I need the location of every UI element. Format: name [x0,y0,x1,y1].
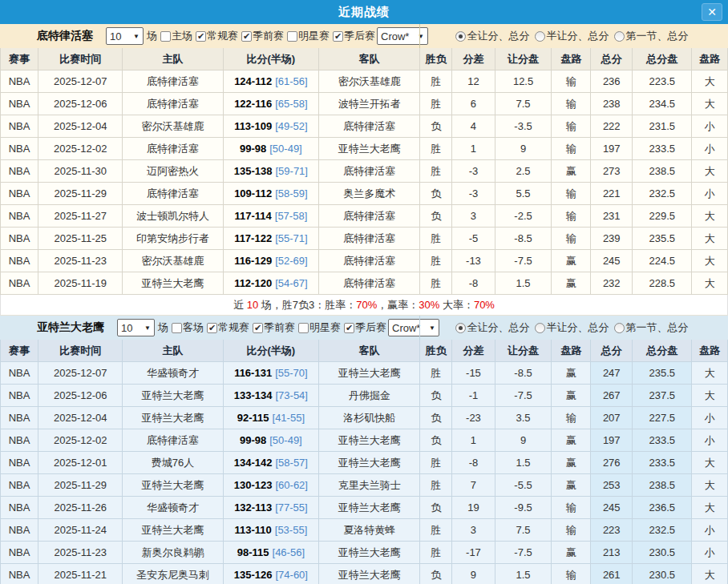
cell-away: 亚特兰大老鹰 [319,564,420,584]
cell-date: 2025-12-01 [38,452,123,474]
radio-unselected[interactable] [535,323,545,333]
games-unit-label: 场 [147,29,157,43]
cell-handicap: 7.5 [495,93,552,115]
cell-total: 207 [591,407,633,429]
cell-total: 213 [591,542,633,564]
checkbox-checked[interactable]: ✔ [241,31,252,42]
cell-away: 底特律活塞 [319,228,420,250]
cell-total: 239 [591,228,633,250]
cell-score: 98-115[46-56] [224,542,320,564]
cell-handicap-result: 赢 [552,272,591,295]
cell-score: 99-98[50-49] [224,429,320,452]
cell-total: 273 [591,160,633,183]
cell-handicap-result: 赢 [552,160,591,183]
checkbox-unchecked[interactable] [287,31,297,42]
cell-ou: 大 [692,272,727,295]
checkbox-unchecked[interactable] [298,323,309,333]
cell-away: 亚特兰大老鹰 [319,362,420,385]
cell-handicap: -5.5 [495,474,552,497]
cell-total-line: 236.5 [633,497,692,519]
team-name: 底特律活塞 [37,29,93,43]
cell-away: 克里夫兰骑士 [319,474,420,497]
cell-handicap: 1.5 [495,272,552,295]
cell-date: 2025-11-25 [38,228,123,250]
cell-home: 底特律活塞 [123,70,223,93]
cell-away: 亚特兰大老鹰 [319,429,420,452]
checkbox-checked[interactable]: ✔ [333,31,343,42]
cell-handicap-result: 输 [552,564,591,584]
cell-date: 2025-11-29 [38,183,123,205]
cell-ou: 小 [692,429,727,452]
cell-total: 245 [591,250,633,272]
checkbox-checked[interactable]: ✔ [253,323,263,333]
column-header: 总分盘 [633,340,692,362]
cell-ou: 大 [692,497,727,519]
cell-league: NBA [1,564,38,584]
cell-total: 222 [591,115,633,138]
cell-league: NBA [1,497,38,519]
radio-selected[interactable] [455,323,466,333]
line-type-radio-group: 全让分、总分半让分、总分第一节、总分 [419,316,728,340]
table-header: 赛事比赛时间主队比分(半场)客队胜负分差让分盘盘路总分总分盘盘路 [0,48,728,70]
close-icon: ✕ [707,6,717,18]
cell-ou: 大 [692,250,727,272]
column-header: 让分盘 [495,340,552,362]
cell-away: 底特律活塞 [319,160,420,183]
cell-home: 底特律活塞 [123,429,223,452]
radio-unselected[interactable] [614,323,625,333]
cell-league: NBA [1,205,38,228]
checkbox-checked[interactable]: ✔ [196,31,206,42]
table-row: NBA2025-11-24亚特兰大老鹰113-110[53-55]夏洛特黄蜂胜3… [0,519,728,542]
cell-handicap: 2.5 [495,160,552,183]
cell-away: 亚特兰大老鹰 [319,138,420,160]
cell-total-line: 233.5 [633,429,692,452]
cell-total-line: 234.5 [633,93,692,115]
cell-home: 迈阿密热火 [123,160,223,183]
cell-score: 122-116[65-58] [224,93,320,115]
cell-handicap-result: 输 [552,519,591,542]
radio-unselected[interactable] [614,31,625,42]
radio-label: 半让分、总分 [547,320,609,335]
summary-segment: 70% [356,299,377,311]
cell-ou: 大 [692,205,727,228]
cell-league: NBA [1,474,38,497]
table-row: NBA2025-11-23密尔沃基雄鹿116-129[52-69]底特律活塞胜-… [0,250,728,272]
cell-result: 胜 [420,70,452,93]
checkbox-unchecked[interactable] [172,323,182,333]
cell-total: 231 [591,205,633,228]
games-count-select[interactable]: 10 ▼ [106,27,144,45]
cell-away: 亚特兰大老鹰 [319,542,420,564]
cell-handicap: -7.5 [495,385,552,407]
cell-league: NBA [1,250,38,272]
cell-diff: 1 [452,138,495,160]
cell-league: NBA [1,429,38,452]
cell-away: 底特律活塞 [319,115,420,138]
cell-score: 116-129[52-69] [224,250,320,272]
cell-ou: 大 [692,160,727,183]
filter-bar: 亚特兰大老鹰 10 ▼ 场 客场✔常规赛✔季前赛明星赛✔季后赛 Crow* ▼ … [0,316,728,340]
cell-handicap: 1.5 [495,452,552,474]
cell-result: 胜 [420,474,452,497]
cell-date: 2025-12-04 [38,407,123,429]
cell-ou: 大 [692,452,727,474]
cell-home: 密尔沃基雄鹿 [123,250,223,272]
games-count-select[interactable]: 10 ▼ [117,319,155,336]
close-button[interactable]: ✕ [702,3,722,21]
checkbox-checked[interactable]: ✔ [207,323,217,333]
chevron-down-icon: ▼ [133,33,140,40]
cell-total: 232 [591,272,633,295]
cell-result: 负 [420,115,452,138]
cell-date: 2025-11-19 [38,272,123,295]
checkbox-unchecked[interactable] [160,31,171,42]
table-row: NBA2025-11-29亚特兰大老鹰130-123[60-62]克里夫兰骑士胜… [0,474,728,497]
cell-handicap-result: 输 [552,497,591,519]
cell-score: 113-110[53-55] [224,519,320,542]
cell-home: 亚特兰大老鹰 [123,474,223,497]
cell-diff: 6 [452,93,495,115]
checkbox-checked[interactable]: ✔ [344,323,354,333]
radio-selected[interactable] [455,31,466,42]
table-row: NBA2025-11-19亚特兰大老鹰112-120[54-67]底特律活塞胜-… [0,272,728,295]
cell-home: 圣安东尼奥马刺 [123,564,223,584]
radio-unselected[interactable] [535,31,545,42]
cell-home: 亚特兰大老鹰 [123,519,223,542]
